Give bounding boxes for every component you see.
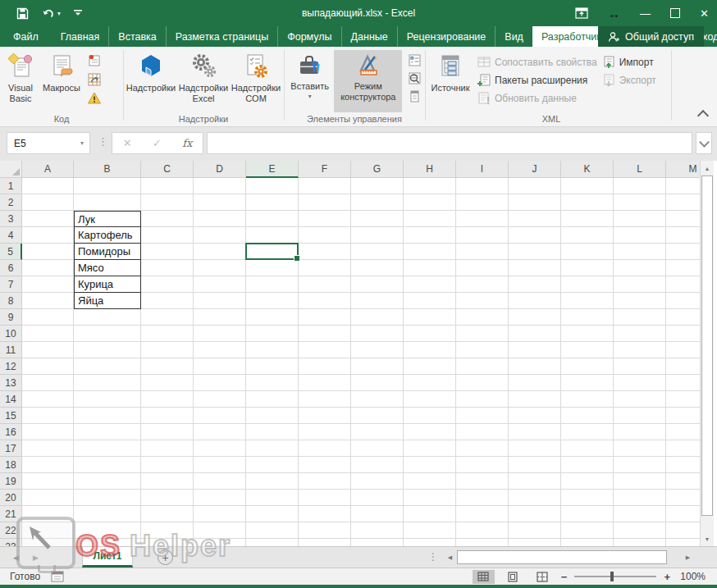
cell-F23[interactable] (299, 539, 351, 546)
cell-M19[interactable] (666, 473, 700, 490)
select-all-corner[interactable] (0, 161, 22, 178)
cell-K6[interactable] (561, 260, 614, 276)
cell-L15[interactable] (614, 408, 666, 424)
cell-J10[interactable] (509, 326, 561, 342)
cell-B3[interactable]: Лук (74, 211, 141, 227)
cell-J16[interactable] (509, 424, 561, 440)
cell-D17[interactable] (194, 440, 246, 457)
cell-E9[interactable] (246, 309, 299, 326)
cell-E13[interactable] (246, 375, 299, 391)
cell-F5[interactable] (299, 244, 351, 260)
cell-L17[interactable] (614, 440, 666, 457)
record-macro-icon[interactable] (87, 53, 102, 68)
cell-K7[interactable] (561, 276, 614, 293)
cell-I11[interactable] (456, 342, 509, 358)
cell-L18[interactable] (614, 457, 666, 473)
cell-M17[interactable] (666, 440, 700, 457)
cell-B7[interactable]: Курица (74, 276, 141, 293)
cell-B2[interactable] (74, 194, 141, 211)
column-header-M[interactable]: M (666, 161, 700, 178)
cell-H16[interactable] (404, 424, 456, 440)
cell-H1[interactable] (404, 178, 456, 194)
cell-J12[interactable] (509, 358, 561, 375)
scroll-left-icon[interactable]: ◀ (443, 550, 457, 564)
share-button[interactable]: Общий доступ (598, 26, 704, 47)
tab-home[interactable]: Главная (52, 26, 109, 47)
excel-addins-button[interactable]: Надстройки Excel (178, 50, 229, 104)
cell-C9[interactable] (141, 309, 194, 326)
cell-E12[interactable] (246, 358, 299, 375)
row-header-1[interactable]: 1 (0, 178, 22, 194)
cell-G21[interactable] (351, 506, 404, 522)
cell-C6[interactable] (141, 260, 194, 276)
horizontal-scrollbar[interactable]: ◀ ▶ (443, 550, 695, 564)
cell-I12[interactable] (456, 358, 509, 375)
cell-K13[interactable] (561, 375, 614, 391)
cell-J11[interactable] (509, 342, 561, 358)
cell-M23[interactable] (666, 539, 700, 546)
import-button[interactable]: Импорт (602, 55, 656, 69)
cell-A20[interactable] (22, 490, 74, 506)
cell-F11[interactable] (299, 342, 351, 358)
cell-E8[interactable] (246, 293, 299, 309)
cell-D13[interactable] (194, 375, 246, 391)
cell-D16[interactable] (194, 424, 246, 440)
cell-D6[interactable] (194, 260, 246, 276)
row-header-8[interactable]: 8 (0, 293, 22, 309)
cell-I15[interactable] (456, 408, 509, 424)
cell-J3[interactable] (509, 211, 561, 227)
sheet-tab-list1[interactable]: Лист1 (82, 547, 133, 567)
column-header-H[interactable]: H (404, 161, 456, 178)
visual-basic-button[interactable]: Visual Basic (2, 50, 39, 104)
cell-D2[interactable] (194, 194, 246, 211)
tab-page-layout[interactable]: Разметка страницы (166, 26, 277, 47)
cell-I21[interactable] (456, 506, 509, 522)
cell-M4[interactable] (666, 227, 700, 244)
relative-references-icon[interactable] (87, 72, 102, 87)
cell-F8[interactable] (299, 293, 351, 309)
cell-M8[interactable] (666, 293, 700, 309)
cell-A8[interactable] (22, 293, 74, 309)
cell-I2[interactable] (456, 194, 509, 211)
cell-G17[interactable] (351, 440, 404, 457)
formula-bar-grip-icon[interactable]: ⋮ (98, 135, 108, 148)
cell-C21[interactable] (141, 506, 194, 522)
cell-H2[interactable] (404, 194, 456, 211)
cell-C13[interactable] (141, 375, 194, 391)
macro-security-icon[interactable] (87, 91, 102, 105)
cell-A19[interactable] (22, 473, 74, 490)
cell-L22[interactable] (614, 522, 666, 539)
insert-function-button[interactable]: fx (182, 137, 192, 149)
cell-A14[interactable] (22, 391, 74, 408)
cell-E1[interactable] (246, 178, 299, 194)
row-header-20[interactable]: 20 (0, 490, 22, 506)
cell-H14[interactable] (404, 391, 456, 408)
cell-B6[interactable]: Мясо (74, 260, 141, 276)
cell-J15[interactable] (509, 408, 561, 424)
cell-H19[interactable] (404, 473, 456, 490)
cell-K18[interactable] (561, 457, 614, 473)
cell-I9[interactable] (456, 309, 509, 326)
cell-H17[interactable] (404, 440, 456, 457)
cell-M1[interactable] (666, 178, 700, 194)
cell-G1[interactable] (351, 178, 404, 194)
cell-B9[interactable] (74, 309, 141, 326)
cell-D8[interactable] (194, 293, 246, 309)
maximize-button[interactable] (670, 8, 680, 18)
row-header-6[interactable]: 6 (0, 260, 22, 276)
cell-I1[interactable] (456, 178, 509, 194)
cell-D20[interactable] (194, 490, 246, 506)
com-addins-button[interactable]: Надстройки COM (231, 50, 281, 104)
cell-A9[interactable] (22, 309, 74, 326)
cell-M3[interactable] (666, 211, 700, 227)
cell-C8[interactable] (141, 293, 194, 309)
cell-E15[interactable] (246, 408, 299, 424)
cell-K14[interactable] (561, 391, 614, 408)
cell-K8[interactable] (561, 293, 614, 309)
view-code-icon[interactable] (408, 71, 422, 85)
cell-K9[interactable] (561, 309, 614, 326)
cell-G23[interactable] (351, 539, 404, 546)
cell-G15[interactable] (351, 408, 404, 424)
cell-D18[interactable] (194, 457, 246, 473)
cell-F15[interactable] (299, 408, 351, 424)
